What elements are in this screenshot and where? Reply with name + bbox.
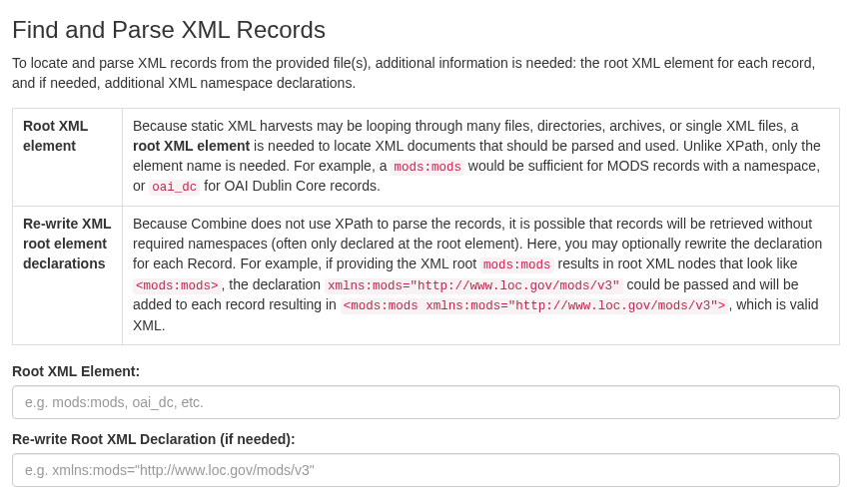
page-title: Find and Parse XML Records — [12, 16, 840, 44]
bold-term: root XML element — [133, 138, 250, 154]
row2-label: Re-write XML root element declarations — [13, 207, 123, 345]
intro-text: To locate and parse XML records from the… — [12, 54, 840, 94]
code-fragment: <mods:mods xmlns:mods="http://www.loc.go… — [341, 298, 729, 314]
row2-content: Because Combine does not use XPath to pa… — [123, 207, 840, 345]
root-element-input[interactable] — [12, 385, 840, 419]
text-fragment: results in root XML nodes that look like — [554, 255, 798, 271]
code-fragment: mods:mods — [480, 257, 554, 273]
info-table: Root XML element Because static XML harv… — [12, 108, 840, 345]
rewrite-declaration-input[interactable] — [12, 453, 840, 487]
code-fragment: <mods:mods> — [133, 278, 222, 294]
row1-label: Root XML element — [13, 108, 123, 206]
root-element-label: Root XML Element: — [12, 363, 840, 379]
text-fragment: Because static XML harvests may be loopi… — [133, 118, 799, 134]
row1-content: Because static XML harvests may be loopi… — [123, 108, 840, 206]
text-fragment: for OAI Dublin Core records. — [200, 178, 381, 194]
rewrite-declaration-label: Re-write Root XML Declaration (if needed… — [12, 431, 840, 447]
table-row: Re-write XML root element declarations B… — [13, 207, 840, 345]
code-fragment: mods:mods — [391, 160, 464, 176]
code-fragment: xmlns:mods="http://www.loc.gov/mods/v3" — [325, 278, 623, 294]
table-row: Root XML element Because static XML harv… — [13, 108, 840, 206]
code-fragment: oai_dc — [149, 180, 200, 196]
text-fragment: , the declaration — [222, 276, 326, 292]
